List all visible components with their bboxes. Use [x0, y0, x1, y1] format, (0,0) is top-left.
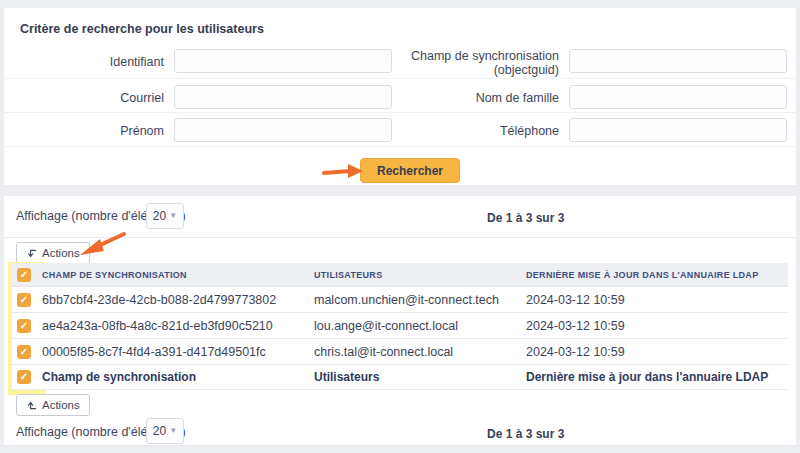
search-card-title: Critère de recherche pour les utilisateu… — [20, 22, 264, 36]
divider — [4, 146, 796, 147]
table-row[interactable]: ✓ 6bb7cbf4-23de-42cb-b088-2d4799773802 m… — [12, 287, 788, 313]
row-checkbox-cell: ✓ — [12, 345, 42, 359]
corner-down-icon — [26, 248, 37, 259]
telephone-label: Téléphone — [394, 124, 559, 138]
prenom-label: Prénom — [4, 124, 164, 138]
footer-checkbox-cell: ✓ — [12, 370, 42, 384]
cell-last-update: 2024-03-12 10:59 — [522, 319, 788, 333]
users-table: ✓ Champ de synchronisation Utilisateurs … — [12, 263, 788, 390]
champ-sync-input[interactable] — [569, 49, 787, 73]
check-icon: ✓ — [20, 372, 28, 382]
footer-last-update: Dernière mise à jour dans l'annuaire LDA… — [522, 370, 788, 384]
search-button[interactable]: Rechercher — [360, 158, 460, 183]
cell-sync-field: 00005f85-8c7f-4fd4-a391-d417d49501fc — [42, 345, 310, 359]
row-checkbox[interactable]: ✓ — [17, 345, 31, 359]
table-row[interactable]: ✓ 00005f85-8c7f-4fd4-a391-d417d49501fc c… — [12, 339, 788, 365]
page-size-value: 20 — [153, 209, 166, 223]
corner-up-icon — [26, 400, 37, 411]
row-checkbox-cell: ✓ — [12, 293, 42, 307]
divider — [4, 112, 796, 113]
chevron-down-icon: ▼ — [169, 427, 177, 435]
cell-last-update: 2024-03-12 10:59 — [522, 293, 788, 307]
result-range-top: De 1 à 3 sur 3 — [487, 211, 564, 225]
actions-button-top[interactable]: Actions — [16, 242, 90, 264]
column-header-users[interactable]: Utilisateurs — [310, 270, 522, 280]
check-icon: ✓ — [20, 295, 28, 305]
table-row[interactable]: ✓ ae4a243a-08fb-4a8c-821d-eb3fd90c5210 l… — [12, 313, 788, 339]
cell-sync-field: ae4a243a-08fb-4a8c-821d-eb3fd90c5210 — [42, 319, 310, 333]
nom-famille-label: Nom de famille — [394, 91, 559, 105]
search-criteria-card: Critère de recherche pour les utilisateu… — [4, 8, 796, 185]
actions-button-label: Actions — [42, 247, 80, 259]
column-header-last-update[interactable]: Dernière mise à jour dans l'annuaire LDA… — [522, 270, 788, 280]
header-checkbox-cell: ✓ — [12, 268, 42, 282]
telephone-input[interactable] — [569, 118, 787, 142]
column-header-sync-field[interactable]: Champ de synchronisation — [42, 270, 310, 280]
divider — [4, 78, 796, 79]
actions-button-bottom[interactable]: Actions — [16, 394, 90, 416]
courriel-label: Courriel — [4, 91, 164, 105]
identifiant-input[interactable] — [174, 49, 392, 73]
footer-users: Utilisateurs — [310, 370, 522, 384]
cell-user: chris.tal@it-connect.local — [310, 345, 522, 359]
cell-user: malcom.unchien@it-connect.tech — [310, 293, 522, 307]
identifiant-label: Identifiant — [4, 55, 164, 69]
cell-user: lou.ange@it-connect.local — [310, 319, 522, 333]
page-size-value: 20 — [153, 424, 166, 438]
champ-sync-label-line2: (objectguid) — [394, 63, 559, 77]
check-icon: ✓ — [20, 321, 28, 331]
chevron-down-icon: ▼ — [169, 212, 177, 220]
arrow-annotation-search — [322, 161, 364, 181]
champ-sync-label: Champ de synchronisation (objectguid) — [394, 49, 559, 77]
table-footer-row: ✓ Champ de synchronisation Utilisateurs … — [12, 365, 788, 390]
nom-famille-input[interactable] — [569, 85, 787, 109]
check-icon: ✓ — [20, 347, 28, 357]
select-all-checkbox[interactable]: ✓ — [17, 268, 31, 282]
page-size-dropdown-top[interactable]: 20 ▼ — [146, 203, 184, 229]
cell-last-update: 2024-03-12 10:59 — [522, 345, 788, 359]
row-checkbox[interactable]: ✓ — [17, 319, 31, 333]
table-header-row: ✓ Champ de synchronisation Utilisateurs … — [12, 263, 788, 287]
row-checkbox-cell: ✓ — [12, 319, 42, 333]
select-all-checkbox-footer[interactable]: ✓ — [17, 370, 31, 384]
courriel-input[interactable] — [174, 85, 392, 109]
page-size-dropdown-bottom[interactable]: 20 ▼ — [146, 418, 184, 444]
prenom-input[interactable] — [174, 118, 392, 142]
champ-sync-label-line1: Champ de synchronisation — [394, 49, 559, 63]
cell-sync-field: 6bb7cbf4-23de-42cb-b088-2d4799773802 — [42, 293, 310, 307]
page: { "search": { "title": "Critère de reche… — [0, 0, 800, 453]
check-icon: ✓ — [20, 270, 28, 280]
footer-sync-field: Champ de synchronisation — [42, 370, 310, 384]
actions-button-label: Actions — [42, 399, 80, 411]
row-checkbox[interactable]: ✓ — [17, 293, 31, 307]
results-card: Affichage (nombre d'éléments) 20 ▼ De 1 … — [4, 196, 796, 446]
divider — [4, 237, 796, 238]
result-range-bottom: De 1 à 3 sur 3 — [487, 427, 564, 441]
